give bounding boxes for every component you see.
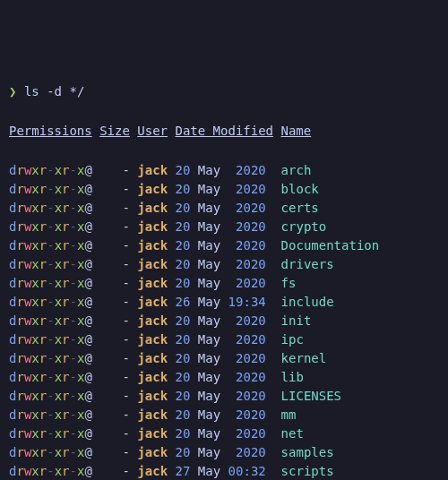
- size-value: -: [123, 389, 130, 403]
- prompt-line: ❯ ls -d */: [9, 82, 439, 101]
- table-row: drwxr-xr-x@ - jack 20 May 2020 lib: [9, 368, 439, 387]
- size-value: -: [123, 445, 130, 459]
- date-year: 2020: [228, 276, 266, 290]
- size-value: -: [123, 163, 130, 177]
- permissions-value: drwxr-xr-x@: [9, 445, 92, 459]
- permissions-value: drwxr-xr-x@: [9, 182, 92, 196]
- user-value: jack: [137, 163, 168, 177]
- file-name: drivers: [281, 257, 334, 271]
- table-row: drwxr-xr-x@ - jack 20 May 2020 Documenta…: [9, 236, 439, 255]
- file-name: kernel: [281, 351, 327, 365]
- file-name: mm: [281, 407, 297, 422]
- table-row: drwxr-xr-x@ - jack 20 May 2020 drivers: [9, 255, 439, 274]
- date-day: 20: [176, 163, 191, 177]
- file-name: certs: [281, 201, 319, 215]
- table-row: drwxr-xr-x@ - jack 20 May 2020 samples: [9, 443, 439, 462]
- file-name: crypto: [281, 219, 327, 234]
- table-row: drwxr-xr-x@ - jack 26 May 19:34 include: [9, 293, 439, 312]
- file-name: Documentation: [281, 238, 380, 253]
- permissions-value: drwxr-xr-x@: [9, 238, 92, 253]
- permissions-value: drwxr-xr-x@: [9, 389, 92, 403]
- date-year: 2020: [228, 257, 266, 271]
- date-month: May: [198, 426, 220, 441]
- user-value: jack: [137, 426, 168, 441]
- date-day: 20: [176, 407, 191, 422]
- date-month: May: [198, 389, 220, 403]
- permissions-value: drwxr-xr-x@: [9, 163, 92, 177]
- date-month: May: [198, 219, 220, 234]
- date-year: 2020: [228, 163, 266, 177]
- permissions-value: drwxr-xr-x@: [9, 407, 92, 422]
- permissions-value: drwxr-xr-x@: [9, 370, 92, 384]
- size-value: -: [123, 426, 130, 441]
- header-name: Name: [280, 124, 311, 138]
- file-name: include: [281, 295, 334, 309]
- date-month: May: [198, 295, 220, 309]
- date-month: May: [198, 407, 220, 422]
- date-day: 20: [176, 276, 191, 290]
- date-year: 2020: [228, 182, 266, 196]
- file-name: samples: [281, 445, 334, 459]
- header-user: User: [137, 124, 168, 138]
- user-value: jack: [137, 332, 168, 347]
- header-date: Date Modified: [175, 124, 273, 138]
- date-day: 20: [176, 351, 191, 365]
- user-value: jack: [137, 389, 168, 403]
- table-row: drwxr-xr-x@ - jack 20 May 2020 mm: [9, 406, 439, 424]
- date-year: 2020: [228, 389, 266, 403]
- date-month: May: [198, 182, 220, 196]
- size-value: -: [123, 351, 130, 365]
- user-value: jack: [137, 219, 168, 234]
- date-month: May: [198, 201, 220, 215]
- size-value: -: [123, 332, 130, 347]
- date-month: May: [198, 351, 220, 365]
- size-value: -: [123, 313, 130, 328]
- listing-body: drwxr-xr-x@ - jack 20 May 2020 archdrwxr…: [9, 161, 439, 480]
- date-month: May: [198, 238, 220, 253]
- size-value: -: [123, 407, 130, 422]
- date-day: 20: [176, 257, 191, 271]
- date-month: May: [198, 370, 220, 384]
- date-day: 20: [176, 201, 191, 215]
- table-row: drwxr-xr-x@ - jack 20 May 2020 init: [9, 312, 439, 330]
- header-size: Size: [99, 124, 130, 138]
- user-value: jack: [137, 276, 168, 290]
- date-year: 2020: [228, 219, 266, 234]
- date-year: 2020: [228, 313, 266, 328]
- file-name: net: [281, 426, 304, 441]
- date-day: 20: [176, 370, 191, 384]
- size-value: -: [123, 370, 130, 384]
- date-year: 2020: [228, 238, 266, 253]
- permissions-value: drwxr-xr-x@: [9, 257, 92, 271]
- file-name: scripts: [281, 464, 334, 478]
- size-value: -: [123, 238, 130, 253]
- date-day: 20: [176, 182, 191, 196]
- user-value: jack: [137, 238, 168, 253]
- file-name: ipc: [281, 332, 304, 347]
- date-month: May: [198, 445, 220, 459]
- table-row: drwxr-xr-x@ - jack 20 May 2020 block: [9, 180, 439, 199]
- table-row: drwxr-xr-x@ - jack 20 May 2020 certs: [9, 199, 439, 218]
- date-month: May: [198, 313, 220, 328]
- permissions-value: drwxr-xr-x@: [9, 276, 92, 290]
- user-value: jack: [137, 295, 168, 309]
- user-value: jack: [137, 464, 168, 478]
- date-day: 20: [176, 313, 191, 328]
- user-value: jack: [137, 201, 168, 215]
- file-name: arch: [281, 163, 312, 177]
- date-day: 20: [176, 238, 191, 253]
- size-value: -: [123, 219, 130, 234]
- header-permissions: Permissions: [9, 124, 92, 138]
- date-year: 2020: [228, 370, 266, 384]
- user-value: jack: [137, 182, 168, 196]
- user-value: jack: [137, 370, 168, 384]
- table-row: drwxr-xr-x@ - jack 20 May 2020 fs: [9, 274, 439, 293]
- date-day: 20: [176, 426, 191, 441]
- file-name: block: [281, 182, 319, 196]
- user-value: jack: [137, 445, 168, 459]
- date-day: 20: [176, 445, 191, 459]
- table-row: drwxr-xr-x@ - jack 20 May 2020 ipc: [9, 330, 439, 349]
- size-value: -: [123, 276, 130, 290]
- permissions-value: drwxr-xr-x@: [9, 426, 92, 441]
- date-month: May: [198, 257, 220, 271]
